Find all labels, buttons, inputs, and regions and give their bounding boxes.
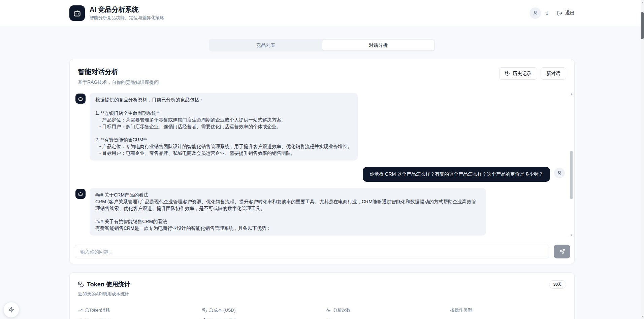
window-scrollbar[interactable]: ▲ ▼ bbox=[641, 0, 644, 319]
quick-action-button[interactable] bbox=[3, 302, 19, 318]
stats-title: Token 使用统计 bbox=[87, 280, 130, 288]
user-message: 你觉得 CRM 这个产品怎么样？有赞的这个产品怎么样？这个产品的定价是多少呀？ bbox=[363, 167, 550, 182]
metric-value: 13,126 bbox=[78, 316, 194, 319]
robot-icon bbox=[73, 9, 82, 17]
metric-value: 8 bbox=[326, 316, 442, 319]
metric-label: 总成本 (USD) bbox=[209, 307, 236, 313]
history-button[interactable]: 历史记录 bbox=[499, 67, 537, 80]
logout-button[interactable]: 退出 bbox=[557, 10, 575, 16]
assistant-message: 根据提供的竞品分析资料，目前已分析的竞品包括： 1. **连锁门店全生命周期系统… bbox=[90, 93, 358, 161]
question-input[interactable] bbox=[75, 245, 549, 258]
robot-icon bbox=[78, 96, 83, 101]
window-scrollbar-thumb[interactable] bbox=[641, 12, 644, 39]
chat-subtitle: 基于RAG技术，向你的竞品知识库提问 bbox=[78, 79, 159, 85]
history-button-label: 历史记录 bbox=[513, 71, 532, 77]
metric-by-operation: 按操作类型 report_generation $0.0840 bbox=[450, 307, 567, 319]
user-icon bbox=[533, 10, 538, 16]
new-chat-button-label: 新对话 bbox=[546, 71, 560, 77]
period-badge: 30天 bbox=[549, 280, 566, 289]
send-button[interactable] bbox=[554, 245, 570, 258]
chat-message-list: 根据提供的竞品分析资料，目前已分析的竞品包括： 1. **连锁门店全生命周期系统… bbox=[70, 92, 574, 240]
logout-icon bbox=[557, 10, 562, 16]
app-logo bbox=[69, 5, 85, 21]
by-operation-label: 按操作类型 bbox=[450, 307, 472, 313]
tab-bar: 竞品列表 对话分析 bbox=[209, 39, 435, 51]
robot-icon bbox=[78, 191, 83, 197]
logout-label: 退出 bbox=[565, 10, 575, 16]
tab-competitor-list[interactable]: 竞品列表 bbox=[210, 40, 322, 50]
metric-total-tokens: 总Token消耗 13,126 bbox=[78, 307, 194, 319]
chat-scrollbar[interactable]: ▲ ▼ bbox=[570, 92, 573, 240]
user-icon bbox=[557, 170, 562, 176]
user-avatar bbox=[554, 168, 565, 178]
chat-title: 智能对话分析 bbox=[78, 67, 159, 76]
chat-scrollbar-thumb[interactable] bbox=[570, 151, 573, 199]
user-message-row: 你觉得 CRM 这个产品怎么样？有赞的这个产品怎么样？这个产品的定价是多少呀？ bbox=[75, 167, 565, 182]
chat-panel: 智能对话分析 基于RAG技术，向你的竞品知识库提问 历史记录 新对话 bbox=[69, 59, 575, 264]
zap-icon bbox=[8, 307, 14, 313]
app-subtitle: 智能分析竞品功能、定位与差异化策略 bbox=[90, 15, 164, 21]
send-icon bbox=[559, 249, 565, 255]
assistant-message-row: 根据提供的竞品分析资料，目前已分析的竞品包括： 1. **连锁门店全生命周期系统… bbox=[75, 93, 565, 161]
activity-icon bbox=[326, 308, 331, 313]
coins-icon bbox=[78, 281, 84, 287]
tab-dialog-analysis[interactable]: 对话分析 bbox=[322, 40, 434, 50]
token-stats-panel: Token 使用统计 近30天的API调用成本统计 30天 总Token消耗 1… bbox=[69, 272, 575, 319]
bot-avatar bbox=[75, 94, 86, 104]
history-icon bbox=[505, 71, 510, 76]
online-count: 1 bbox=[546, 10, 548, 16]
app-title: AI 竞品分析系统 bbox=[90, 5, 164, 14]
user-avatar bbox=[529, 7, 541, 19]
app-header: AI 竞品分析系统 智能分析竞品功能、定位与差异化策略 1 退出 bbox=[0, 0, 644, 26]
scroll-up-icon[interactable]: ▲ bbox=[570, 92, 573, 96]
stats-subtitle: 近30天的API调用成本统计 bbox=[78, 291, 130, 297]
metric-analysis-count: 分析次数 8 bbox=[326, 307, 442, 319]
metric-value: $0.1111 bbox=[202, 316, 318, 319]
scroll-up-icon[interactable]: ▲ bbox=[641, 1, 644, 4]
assistant-message-row: ### 关于CRM产品的看法 CRM (客户关系管理) 产品是现代企业管理客户资… bbox=[75, 188, 565, 236]
metric-label: 分析次数 bbox=[333, 307, 351, 313]
metric-label: 总Token消耗 bbox=[85, 307, 110, 313]
scroll-down-icon[interactable]: ▼ bbox=[641, 315, 644, 318]
trending-up-icon bbox=[78, 308, 83, 313]
coins-icon bbox=[202, 308, 207, 313]
assistant-message: ### 关于CRM产品的看法 CRM (客户关系管理) 产品是现代企业管理客户资… bbox=[90, 188, 486, 236]
new-chat-button[interactable]: 新对话 bbox=[541, 67, 566, 80]
scroll-down-icon[interactable]: ▼ bbox=[570, 234, 573, 237]
metric-total-cost: 总成本 (USD) $0.1111 bbox=[202, 307, 318, 319]
bot-avatar bbox=[75, 189, 86, 199]
